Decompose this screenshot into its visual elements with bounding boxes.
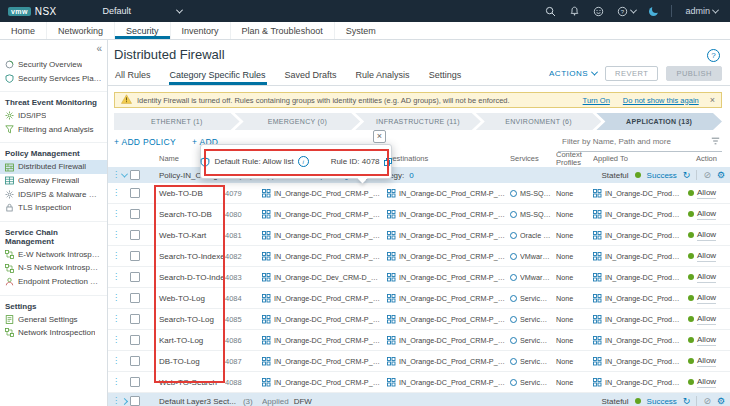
add-policy-button[interactable]: + ADD POLICY	[114, 137, 176, 147]
drag-handle-icon[interactable]: ⋮	[112, 231, 120, 239]
rule-applied-to[interactable]: IN_Orange-DC_Prod_CRM-P	[605, 273, 683, 282]
rule-checkbox[interactable]	[130, 335, 140, 345]
rule-service[interactable]: Service-...	[520, 336, 551, 345]
rule-destination[interactable]: IN_Orange-DC_Prod_CRM-P_Indexer	[399, 273, 505, 282]
rule-action[interactable]: Allow	[697, 356, 716, 367]
rule-name[interactable]: Web-TO-DB	[147, 189, 225, 198]
sidebar-item-tls-inspection[interactable]: TLS Inspection	[0, 201, 107, 215]
rule-applied-to[interactable]: IN_Orange-DC_Prod_CRM-P	[605, 210, 683, 219]
rule-action[interactable]: Allow	[697, 251, 716, 262]
actions-menu[interactable]: ACTIONS	[549, 69, 597, 78]
section-applied-value[interactable]: DFW	[294, 397, 312, 406]
slash-circle-icon[interactable]: ⊘	[703, 171, 711, 180]
tab-all-rules[interactable]: All Rules	[114, 66, 152, 85]
search-icon[interactable]	[545, 6, 556, 17]
rule-name[interactable]: DB-TO-Log	[147, 357, 225, 366]
drag-handle-icon[interactable]: ⋮	[112, 252, 120, 260]
rule-source[interactable]: IN_Orange-DC_Dev_CRM-D_Search	[274, 273, 382, 282]
rule-name[interactable]: Kart-TO-Log	[147, 336, 225, 345]
refresh-icon[interactable]: ↻	[683, 171, 691, 180]
rule-service[interactable]: Service-...	[520, 378, 551, 387]
category-environment[interactable]: ENVIRONMENT (6)	[476, 113, 602, 130]
policy-checkbox[interactable]	[130, 170, 140, 180]
sidebar-item-distributed-firewall[interactable]: Distributed Firewall	[0, 160, 107, 174]
sidebar-item-security-overview[interactable]: Security Overview	[0, 58, 107, 72]
rule-source[interactable]: IN_Orange-DC_Prod_CRM-P_Search	[274, 210, 382, 219]
sidebar-item-ew-network-introspection[interactable]: E-W Network Introspection	[0, 248, 107, 262]
sidebar-item-gateway-firewall[interactable]: Gateway Firewall	[0, 174, 107, 188]
rule-source[interactable]: IN_Orange-DC_Prod_CRM-P_DB	[274, 357, 382, 366]
category-ethernet[interactable]: ETHERNET (1)	[114, 113, 240, 130]
rule-destination[interactable]: IN_Orange-DC_Prod_CRM-P_Indexer	[399, 252, 505, 261]
tab-saved-drafts[interactable]: Saved Drafts	[284, 66, 338, 85]
sidebar-item-ids-ips-malware-prevention[interactable]: IDS/IPS & Malware Prevention	[0, 188, 107, 202]
rule-source[interactable]: IN_Orange-DC_Prod_CRM-P_Web	[274, 189, 382, 198]
rule-name[interactable]: Search-TO-Log	[147, 315, 225, 324]
rule-checkbox[interactable]	[130, 356, 140, 366]
rule-destination[interactable]: IN_Orange-DC_Prod_CRM-P_Log	[399, 294, 505, 303]
rule-applied-to[interactable]: IN_Orange-DC_Prod_CRM-P	[605, 378, 683, 387]
filter-input[interactable]	[560, 136, 707, 147]
scope-selector[interactable]: Default	[103, 6, 183, 16]
collapse-sidebar-icon[interactable]: «	[96, 43, 102, 54]
rule-name[interactable]: Search-TO-Indexer	[147, 252, 225, 261]
category-infrastructure[interactable]: INFRASTRUCTURE (11)	[355, 113, 481, 130]
popup-close-icon[interactable]: ×	[373, 130, 386, 143]
rule-action[interactable]: Allow	[697, 272, 716, 283]
sidebar-item-ns-network-introspection[interactable]: N-S Network Introspection	[0, 261, 107, 275]
user-menu[interactable]: admin	[685, 6, 718, 16]
info-icon[interactable]: i	[298, 156, 309, 167]
gear-icon[interactable]: ⚙	[717, 171, 725, 180]
rule-checkbox[interactable]	[130, 314, 140, 324]
sidebar-item-general-settings[interactable]: General Settings	[0, 313, 107, 327]
rule-name[interactable]: Web-TO-Log	[147, 294, 225, 303]
help-icon[interactable]: ?	[617, 6, 636, 17]
section-name[interactable]: Default Layer3 Sect...	[159, 397, 236, 406]
sidebar-item-endpoint-protection-rules[interactable]: Endpoint Protection Rules	[0, 275, 107, 289]
revert-button[interactable]: REVERT	[605, 66, 658, 81]
rule-name[interactable]: Search-D-TO-Indexer	[147, 273, 225, 282]
status-success[interactable]: Success	[647, 397, 677, 406]
chevron-right-icon[interactable]	[122, 399, 127, 404]
rule-checkbox[interactable]	[130, 230, 140, 240]
drag-handle-icon[interactable]: ⋮	[112, 273, 120, 281]
drag-handle-icon[interactable]: ⋮	[112, 378, 120, 386]
menu-inventory[interactable]: Inventory	[170, 22, 230, 39]
drag-handle-icon[interactable]: ⋮	[112, 294, 120, 302]
rule-name[interactable]: Search-TO-DB	[147, 210, 225, 219]
category-application[interactable]: APPLICATION (13)	[596, 113, 722, 130]
rule-checkbox[interactable]	[130, 209, 140, 219]
drag-handle-icon[interactable]: ⋮	[112, 171, 120, 179]
rule-name[interactable]: Web-TO-Search	[147, 378, 225, 387]
bell-icon[interactable]	[569, 6, 580, 17]
rule-service[interactable]: Service-...	[520, 294, 551, 303]
rule-applied-to[interactable]: IN_Orange-DC_Prod_CRM-P	[605, 189, 683, 198]
rule-checkbox[interactable]	[130, 293, 140, 303]
rule-applied-to[interactable]: IN_Orange-DC_Prod_CRM-P	[605, 294, 683, 303]
drag-handle-icon[interactable]: ⋮	[112, 397, 120, 405]
rule-service[interactable]: Service-...	[520, 315, 551, 324]
chevron-down-icon[interactable]	[122, 173, 127, 178]
drag-handle-icon[interactable]: ⋮	[112, 336, 120, 344]
rule-source[interactable]: IN_Orange-DC_Prod_CRM-P_Search	[274, 252, 382, 261]
menu-networking[interactable]: Networking	[46, 22, 114, 39]
slash-circle-icon[interactable]: ⊘	[703, 397, 711, 406]
rule-destination[interactable]: IN_Orange-DC_Prod_CRM-P_Search	[399, 378, 505, 387]
sidebar-item-network-introspection[interactable]: Network Introspection	[0, 326, 107, 340]
gear-icon[interactable]: ⚙	[717, 397, 725, 406]
drag-handle-icon[interactable]: ⋮	[112, 210, 120, 218]
rule-applied-to[interactable]: IN_Orange-DC_Prod_CRM-P	[605, 357, 683, 366]
rule-destination[interactable]: IN_Orange-DC_Prod_CRM-P_DB	[399, 210, 505, 219]
rule-source[interactable]: IN_Orange-DC_Prod_CRM-P_Web	[274, 231, 382, 240]
rule-source[interactable]: IN_Orange-DC_Prod_CRM-P_Kart	[274, 336, 382, 345]
tab-rule-analysis[interactable]: Rule Analysis	[355, 66, 411, 85]
menu-security[interactable]: Security	[114, 22, 170, 39]
rule-applied-to[interactable]: IN_Orange-DC_Prod_CRM-P	[605, 252, 683, 261]
rule-name[interactable]: Web-TO-Kart	[147, 231, 225, 240]
rule-action[interactable]: Allow	[697, 230, 716, 241]
refresh-icon[interactable]: ↻	[683, 397, 691, 406]
rule-action[interactable]: Allow	[697, 293, 716, 304]
rule-action[interactable]: Allow	[697, 377, 716, 388]
rule-source[interactable]: IN_Orange-DC_Prod_CRM-P_Web	[274, 294, 382, 303]
menu-system[interactable]: System	[334, 22, 387, 39]
